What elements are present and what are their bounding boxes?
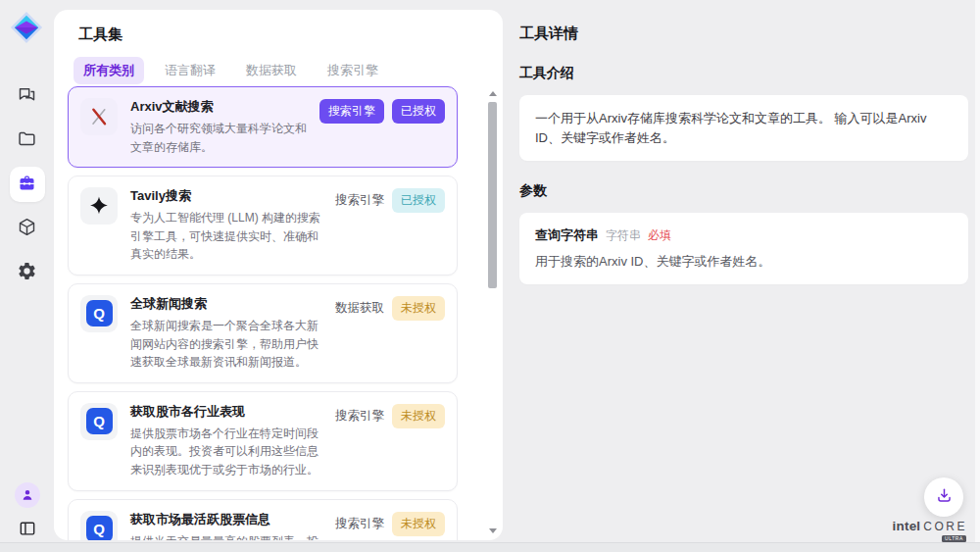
- tool-description: 全球新闻搜索是一个聚合全球各大新闻网站内容的搜索引擎，帮助用户快速获取全球最新资…: [130, 317, 325, 372]
- tool-description: 专为人工智能代理 (LLM) 构建的搜索引擎工具，可快速提供实时、准确和真实的结…: [130, 209, 325, 264]
- intel-ultra-badge: ULTRA: [942, 535, 966, 542]
- param-required-label: 必填: [648, 227, 671, 244]
- tool-card-tavily[interactable]: Tavily搜索 专为人工智能代理 (LLM) 构建的搜索引擎工具，可快速提供实…: [68, 176, 458, 276]
- parameter-box: 查询字符串 字符串 必填 用于搜索的Arxiv ID、关键字或作者姓名。: [519, 213, 968, 284]
- sidebar-item-models[interactable]: [10, 211, 45, 246]
- sidebar-item-toolbox[interactable]: [10, 167, 45, 202]
- status-badge: 未授权: [392, 296, 445, 321]
- tavily-star-icon: [80, 187, 118, 225]
- scroll-down-arrow-icon[interactable]: [487, 526, 499, 535]
- sidebar-bottom: [0, 482, 54, 540]
- arxiv-x-icon: [80, 98, 118, 135]
- search-q-icon: Q: [80, 511, 118, 540]
- intro-heading: 工具介绍: [519, 65, 968, 82]
- tool-card-arxiv[interactable]: Arxiv文献搜索 访问各个研究领域大量科学论文和文章的存储库。 搜索引擎 已授…: [68, 86, 458, 168]
- tool-list: Arxiv文献搜索 访问各个研究领域大量科学论文和文章的存储库。 搜索引擎 已授…: [68, 86, 458, 540]
- status-badge: 已授权: [392, 99, 445, 124]
- tab-translation[interactable]: 语言翻译: [155, 57, 225, 84]
- gear-icon: [17, 261, 37, 285]
- category-label: 搜索引擎: [335, 512, 384, 536]
- search-q-icon: Q: [80, 403, 118, 440]
- list-scrollbar: [487, 88, 499, 535]
- app-window: 工具集 所有类别 语言翻译 数据获取 搜索引擎 Arxiv文献搜索 访问各个研究…: [0, 0, 980, 552]
- category-label: 数据获取: [335, 296, 384, 321]
- intro-box: 一个用于从Arxiv存储库搜索科学论文和文章的工具。 输入可以是Arxiv ID…: [519, 95, 968, 161]
- sidebar-item-chat[interactable]: [10, 78, 45, 114]
- intro-text: 一个用于从Arxiv存储库搜索科学论文和文章的工具。 输入可以是Arxiv ID…: [535, 109, 953, 147]
- category-badge: 搜索引擎: [319, 99, 384, 124]
- param-description: 用于搜索的Arxiv ID、关键字或作者姓名。: [535, 253, 953, 271]
- tool-name: Arxiv文献搜索: [130, 98, 310, 116]
- scrollbar-thumb[interactable]: [488, 102, 497, 288]
- sidebar-nav: [0, 78, 54, 290]
- tool-name: Tavily搜索: [130, 187, 325, 205]
- search-q-icon: Q: [80, 295, 118, 332]
- cube-icon: [17, 217, 37, 241]
- toolbox-icon: [17, 173, 37, 197]
- tab-data-fetch[interactable]: 数据获取: [236, 57, 307, 84]
- sidebar: [0, 0, 54, 552]
- tab-all-categories[interactable]: 所有类别: [74, 57, 144, 84]
- sidebar-item-settings[interactable]: [10, 255, 45, 290]
- toolset-panel: 工具集 所有类别 语言翻译 数据获取 搜索引擎 Arxiv文献搜索 访问各个研究…: [54, 10, 503, 540]
- category-label: 搜索引擎: [335, 404, 384, 428]
- tool-card-active-stocks[interactable]: Q 获取市场最活跃股票信息 提供当天交易量最高的股票列表，投资者可以利用这些信息…: [68, 499, 458, 540]
- status-badge: 已授权: [392, 188, 445, 213]
- folder-icon: [17, 128, 37, 153]
- toolset-title: 工具集: [78, 25, 503, 44]
- window-scrollbar-track[interactable]: [975, 0, 980, 552]
- tool-card-global-news[interactable]: Q 全球新闻搜索 全球新闻搜索是一个聚合全球各大新闻网站内容的搜索引擎，帮助用户…: [68, 283, 458, 383]
- tool-detail-panel: 工具详情 工具介绍 一个用于从Arxiv存储库搜索科学论文和文章的工具。 输入可…: [519, 0, 968, 284]
- param-type: 字符串: [606, 227, 641, 244]
- chat-icon: [17, 84, 37, 109]
- tool-card-sector-performance[interactable]: Q 获取股市各行业表现 提供股票市场各个行业在特定时间段内的表现。投资者可以利用…: [68, 391, 458, 491]
- status-badge: 未授权: [392, 404, 445, 428]
- app-logo-diamond-icon: [10, 11, 43, 44]
- panel-toggle-icon[interactable]: [16, 517, 39, 540]
- params-heading: 参数: [519, 182, 968, 200]
- tool-name: 获取股市各行业表现: [130, 403, 325, 421]
- intel-core-logo: intel CORE ULTRA: [893, 519, 967, 533]
- user-avatar-icon[interactable]: [15, 482, 40, 508]
- sidebar-item-folder[interactable]: [10, 123, 45, 158]
- tool-description: 访问各个研究领域大量科学论文和文章的存储库。: [130, 120, 310, 156]
- param-name: 查询字符串: [535, 226, 599, 244]
- tool-description: 提供股票市场各个行业在特定时间段内的表现。投资者可以利用这些信息来识别表现优于或…: [130, 425, 325, 479]
- download-icon: [935, 486, 954, 509]
- tool-name: 全球新闻搜索: [130, 295, 325, 313]
- category-label: 搜索引擎: [335, 188, 384, 213]
- tab-search-engine[interactable]: 搜索引擎: [318, 57, 388, 84]
- window-bottom-edge: [0, 542, 980, 552]
- detail-title: 工具详情: [519, 25, 968, 43]
- tool-name: 获取市场最活跃股票信息: [130, 511, 325, 528]
- scroll-up-arrow-icon[interactable]: [487, 88, 499, 98]
- status-badge: 未授权: [392, 512, 445, 536]
- download-button[interactable]: [924, 477, 963, 517]
- category-tabs: 所有类别 语言翻译 数据获取 搜索引擎: [74, 57, 503, 84]
- tool-description: 提供当天交易量最高的股票列表，投资者可以利用这些信息来识别流动性强的股票和潜在的…: [130, 532, 325, 540]
